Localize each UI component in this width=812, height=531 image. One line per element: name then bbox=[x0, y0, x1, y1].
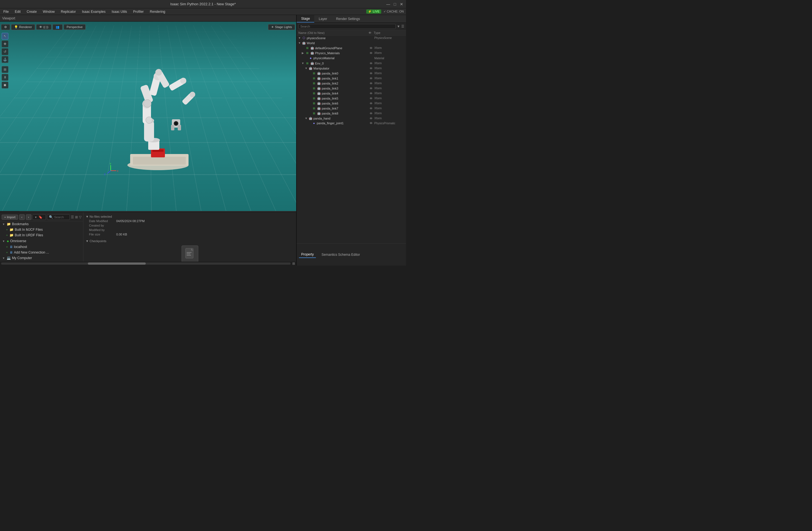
robot-area: X Y Z bbox=[14, 30, 296, 211]
people-button[interactable]: 👥 bbox=[53, 24, 62, 30]
camera-settings-button[interactable]: ⚙ bbox=[1, 24, 10, 30]
add-conn-server-icon: 🖥 bbox=[10, 250, 13, 254]
grid-view-icon[interactable]: ⊞ bbox=[292, 262, 295, 265]
menu-edit[interactable]: Edit bbox=[14, 9, 22, 14]
sidebar-item-omniverse[interactable]: ▼ ● Omniverse bbox=[0, 238, 83, 244]
node-type: Xform bbox=[374, 46, 405, 49]
table-row[interactable]: ▶ ⊞ 🤖 Physics_Materials 👁 Xform bbox=[297, 50, 406, 56]
table-row[interactable]: ▼ 🤖 Manipulator 👁 Xform bbox=[297, 66, 406, 71]
tab-semantics[interactable]: Semantics Schema Editor bbox=[319, 252, 362, 258]
table-row[interactable]: ● physicsMaterial Material bbox=[297, 56, 406, 61]
scrollbar-track bbox=[1, 263, 291, 265]
table-row[interactable]: ▼ ⊞ 🤖 Env_0 👁 Xform bbox=[297, 61, 406, 66]
rotate-tool[interactable]: ↺ bbox=[2, 48, 8, 55]
plus-icon: ⊞ bbox=[312, 92, 316, 95]
mjcf-label: Built In MJCF Files bbox=[15, 228, 43, 232]
nav-back-button[interactable]: ‹ bbox=[19, 215, 25, 220]
date-modified-label: Date Modified bbox=[89, 219, 114, 223]
minimize-button[interactable]: — bbox=[386, 2, 390, 6]
sidebar-item-mjcf[interactable]: ＋ 📁 Built In MJCF Files bbox=[0, 227, 83, 232]
stage-lights-button[interactable]: ☀ Stage Lights bbox=[268, 24, 295, 30]
tab-layer[interactable]: Layer bbox=[314, 15, 332, 23]
nav-forward-button[interactable]: › bbox=[26, 215, 31, 220]
menu-isaac-examples[interactable]: Isaac Examples bbox=[81, 9, 107, 14]
svg-rect-4 bbox=[153, 150, 163, 152]
table-row[interactable]: ⊞ 🤖 defaultGroundPlane 👁 Xform bbox=[297, 46, 406, 50]
search-placeholder-text: Search bbox=[54, 216, 64, 219]
table-row[interactable]: ▼ 🤖 World bbox=[297, 41, 406, 46]
node-type: Xform bbox=[374, 62, 405, 65]
menu-file[interactable]: File bbox=[2, 9, 10, 14]
table-row[interactable]: ▼ 🤖 panda_hand 👁 Xform bbox=[297, 116, 406, 121]
mycomp-icon: 💻 bbox=[7, 256, 11, 260]
menu-window[interactable]: Window bbox=[42, 9, 56, 14]
table-row[interactable]: ⊞ 🤖 panda_link2 👁 Xform bbox=[297, 81, 406, 86]
renderer-label: Renderer bbox=[19, 25, 32, 29]
menu-rendering[interactable]: Rendering bbox=[149, 9, 166, 14]
node-name: panda_link8 bbox=[322, 112, 368, 115]
node-type: Xform bbox=[374, 92, 405, 95]
table-row[interactable]: ▼ ⬡ physicsScene PhysicsScene bbox=[297, 35, 406, 41]
node-name: panda_link0 bbox=[322, 72, 368, 75]
table-row[interactable]: ● panda_finger_joint1 👁 PhysicsPrismatic bbox=[297, 121, 406, 126]
maximize-button[interactable]: □ bbox=[393, 2, 397, 6]
table-row[interactable]: ⊞ 🤖 panda_link6 👁 Xform bbox=[297, 101, 406, 106]
view-grid-icon[interactable]: ⊞ bbox=[75, 215, 78, 219]
perspective-button[interactable]: Perspective bbox=[64, 24, 86, 30]
close-button[interactable]: ✕ bbox=[399, 2, 404, 6]
expand-icon: ▶ bbox=[301, 51, 304, 55]
table-row[interactable]: ⊞ 🤖 panda_link1 👁 Xform bbox=[297, 76, 406, 81]
grab-tool[interactable]: ✥ bbox=[2, 41, 8, 47]
viewport-canvas[interactable]: ⚙ 💡 Renderer 👁 ((·)) 👥 Perspective bbox=[0, 22, 296, 211]
node-type: Xform bbox=[374, 112, 405, 115]
file-size-row: File size 0.00 KB bbox=[86, 232, 294, 237]
vis-icon: 👁 bbox=[368, 87, 374, 90]
view-list-icon[interactable]: ☰ bbox=[71, 215, 74, 219]
menu-profiler[interactable]: Profiler bbox=[132, 9, 145, 14]
import-button[interactable]: + Import bbox=[2, 215, 18, 220]
file-browser-sidebar: + Import ‹ › ▼ 🔖 🔍 Search ☰ bbox=[0, 212, 84, 262]
sidebar-item-urdf[interactable]: ＋ 📁 Built In URDF Files bbox=[0, 232, 83, 238]
renderer-button[interactable]: 💡 Renderer bbox=[11, 24, 35, 30]
content-scrollbar[interactable]: ⊞ bbox=[0, 262, 296, 265]
eye-button[interactable]: 👁 ((·)) bbox=[36, 24, 52, 30]
table-row[interactable]: ⊞ 🤖 panda_link5 👁 Xform bbox=[297, 96, 406, 101]
stage-panel: Stage Layer Render Settings ▼ ☰ Name (Ol… bbox=[296, 15, 406, 265]
pause-tool[interactable]: ⏸ bbox=[2, 74, 8, 80]
stage-options-icon[interactable]: ☰ bbox=[401, 25, 404, 28]
snap-tool[interactable]: ⊞ bbox=[2, 66, 8, 73]
stage-lights-label: Stage Lights bbox=[275, 25, 292, 29]
node-type: Xform bbox=[374, 51, 405, 55]
node-name: panda_finger_joint1 bbox=[317, 121, 368, 125]
table-row[interactable]: ⊞ 🤖 panda_link3 👁 Xform bbox=[297, 86, 406, 91]
stop-tool[interactable]: ⏹ bbox=[2, 82, 8, 88]
filter-btn-icon[interactable]: ▽ bbox=[79, 215, 82, 219]
no-files-header[interactable]: ▼ No files selected bbox=[86, 215, 294, 219]
stage-filter-icon[interactable]: ▼ bbox=[397, 25, 400, 28]
select-tool[interactable]: ↖ bbox=[2, 33, 8, 40]
sidebar-item-my-computer[interactable]: ▼ 💻 My Computer bbox=[0, 255, 83, 261]
menu-create[interactable]: Create bbox=[26, 9, 38, 14]
table-row[interactable]: ⊞ 🤖 panda_link0 👁 Xform bbox=[297, 71, 406, 76]
scrollbar-thumb[interactable] bbox=[88, 263, 146, 265]
xform-icon: 🤖 bbox=[310, 61, 315, 65]
sidebar-item-add-connection[interactable]: ＋ 🖥 Add New Connection ... bbox=[0, 250, 83, 255]
urdf-folder-icon: 📁 bbox=[10, 233, 14, 237]
sidebar-item-localhost[interactable]: ＋ 🖥 localhost bbox=[0, 244, 83, 250]
menu-replicator[interactable]: Replicator bbox=[60, 9, 77, 14]
stage-search-input[interactable] bbox=[299, 24, 396, 29]
table-row[interactable]: ⊞ 🤖 panda_link8 👁 Xform bbox=[297, 111, 406, 116]
tab-stage[interactable]: Stage bbox=[297, 15, 314, 23]
created-by-row: Created by bbox=[86, 223, 294, 228]
table-row[interactable]: ⊞ 🤖 panda_link4 👁 Xform bbox=[297, 91, 406, 96]
sidebar-item-bookmarks[interactable]: ▼ 📁 Bookmarks bbox=[0, 221, 83, 227]
node-type: Xform bbox=[374, 77, 405, 80]
tab-property[interactable]: Property bbox=[299, 251, 316, 258]
anchor-tool[interactable]: ⚓ bbox=[2, 56, 8, 63]
menu-isaac-utils[interactable]: Isaac Utils bbox=[111, 9, 128, 14]
stage-search-bar: ▼ ☰ bbox=[297, 23, 406, 30]
table-row[interactable]: ⊞ 🤖 panda_link7 👁 Xform bbox=[297, 106, 406, 111]
robot-svg: X Y Z bbox=[102, 62, 208, 179]
tab-render-settings[interactable]: Render Settings bbox=[332, 15, 364, 23]
checkpoints-header[interactable]: ▼ Checkpoints bbox=[86, 239, 294, 243]
